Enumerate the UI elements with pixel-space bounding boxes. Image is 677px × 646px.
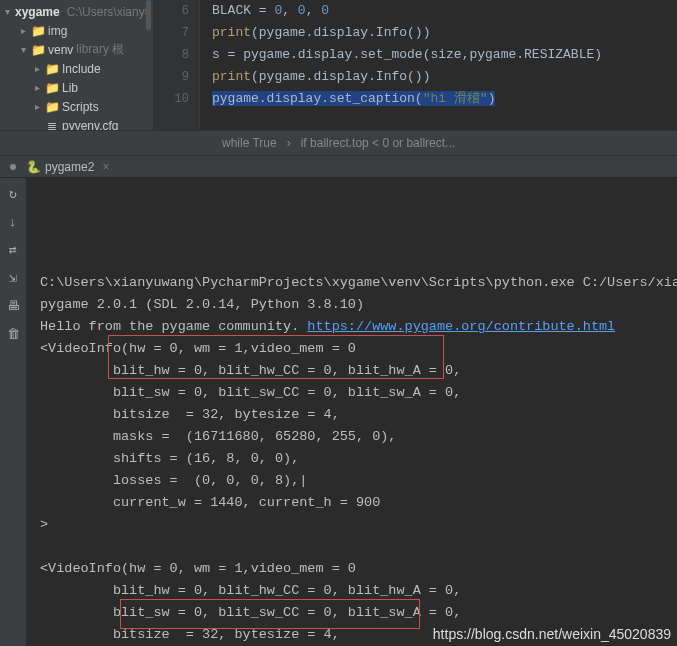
console-link[interactable]: https://www.pygame.org/contribute.html bbox=[307, 319, 615, 334]
caret-right-icon[interactable]: ▸ bbox=[18, 25, 28, 36]
chevron-right-icon: › bbox=[287, 136, 291, 150]
console-line: shifts = (16, 8, 0, 0), bbox=[40, 448, 677, 470]
console-line: <VideoInfo(hw = 0, wm = 1,video_mem = 0 bbox=[40, 558, 677, 580]
breadcrumb[interactable]: while True › if ballrect.top < 0 or ball… bbox=[0, 130, 677, 156]
project-tree[interactable]: ▾ xygame C:\Users\xianyu ▸📁img▾📁venv lib… bbox=[0, 0, 154, 130]
tree-scrollbar[interactable] bbox=[146, 0, 151, 30]
project-root[interactable]: xygame bbox=[15, 5, 60, 19]
console-line: bitsize = 32, bytesize = 4, bbox=[40, 404, 677, 426]
folder-icon: 📁 bbox=[45, 62, 59, 76]
console-line bbox=[40, 536, 677, 558]
file-icon: ≣ bbox=[45, 119, 59, 131]
caret-down-icon[interactable]: ▾ bbox=[18, 44, 28, 55]
console-line: C:\Users\xianyuwang\PycharmProjects\xyga… bbox=[40, 272, 677, 294]
editor-gutter: 678910 bbox=[154, 0, 200, 130]
watermark: https://blog.csdn.net/weixin_45020839 bbox=[433, 626, 671, 642]
console-line: blit_sw = 0, blit_sw_CC = 0, blit_sw_A =… bbox=[40, 382, 677, 404]
rerun-icon[interactable]: ↻ bbox=[5, 186, 21, 202]
scroll-to-end-icon[interactable]: ⇲ bbox=[5, 270, 21, 286]
tree-item-label: Include bbox=[62, 62, 101, 76]
project-root-path: C:\Users\xianyu bbox=[67, 5, 152, 19]
run-toolwindow-header: 🐍 pygame2 × bbox=[0, 156, 677, 178]
code-line[interactable]: BLACK = 0, 0, 0 bbox=[212, 0, 677, 22]
breadcrumb-item[interactable]: if ballrect.top < 0 or ballrect... bbox=[301, 136, 455, 150]
code-editor[interactable]: 678910 BLACK = 0, 0, 0print(pygame.displ… bbox=[154, 0, 677, 130]
folder-icon: 📁 bbox=[31, 24, 45, 38]
tree-item-label: img bbox=[48, 24, 67, 38]
highlight-box bbox=[120, 599, 420, 629]
breadcrumb-item[interactable]: while True bbox=[222, 136, 277, 150]
tree-item[interactable]: ≣pyvenv.cfg bbox=[0, 116, 153, 130]
console-line: losses = (0, 0, 0, 8),| bbox=[40, 470, 677, 492]
line-number: 8 bbox=[154, 44, 189, 66]
console-line: current_w = 1440, current_h = 900 bbox=[40, 492, 677, 514]
folder-icon: 📁 bbox=[31, 43, 45, 57]
tree-item-note: library 根 bbox=[76, 41, 124, 58]
folder-icon: 📁 bbox=[45, 81, 59, 95]
tree-item-label: Lib bbox=[62, 81, 78, 95]
tree-item[interactable]: ▸📁Include bbox=[0, 59, 153, 78]
caret-right-icon[interactable]: ▸ bbox=[32, 63, 42, 74]
code-line[interactable]: print(pygame.display.Info()) bbox=[212, 66, 677, 88]
console-line: > bbox=[40, 514, 677, 536]
run-toolbar: ↻ ↓ ⇄ ⇲ 🖶 🗑 bbox=[0, 178, 26, 646]
caret-right-icon[interactable]: ▸ bbox=[32, 101, 42, 112]
line-number: 6 bbox=[154, 0, 189, 22]
run-tab-label: pygame2 bbox=[45, 160, 94, 174]
run-console[interactable]: C:\Users\xianyuwang\PycharmProjects\xyga… bbox=[26, 178, 677, 646]
console-line: pygame 2.0.1 (SDL 2.0.14, Python 3.8.10) bbox=[40, 294, 677, 316]
close-icon[interactable]: × bbox=[102, 160, 109, 174]
run-tab[interactable]: 🐍 pygame2 × bbox=[26, 160, 109, 174]
delete-icon[interactable]: 🗑 bbox=[5, 326, 21, 342]
tree-item[interactable]: ▸📁Lib bbox=[0, 78, 153, 97]
tree-item[interactable]: ▾📁venv library 根 bbox=[0, 40, 153, 59]
code-line[interactable]: s = pygame.display.set_mode(size,pygame.… bbox=[212, 44, 677, 66]
tree-item[interactable]: ▸📁img bbox=[0, 21, 153, 40]
print-icon[interactable]: 🖶 bbox=[5, 298, 21, 314]
line-number: 9 bbox=[154, 66, 189, 88]
run-status-icon bbox=[10, 164, 16, 170]
line-number: 7 bbox=[154, 22, 189, 44]
line-number: 10 bbox=[154, 88, 189, 110]
toggle-soft-wrap-icon[interactable]: ⇄ bbox=[5, 242, 21, 258]
highlight-box bbox=[108, 335, 444, 379]
tree-item[interactable]: ▸📁Scripts bbox=[0, 97, 153, 116]
tree-item-label: pyvenv.cfg bbox=[62, 119, 118, 131]
tree-item-label: venv bbox=[48, 43, 73, 57]
code-line[interactable]: pygame.display.set_caption("hi 滑稽") bbox=[212, 88, 677, 110]
code-line[interactable]: print(pygame.display.Info()) bbox=[212, 22, 677, 44]
folder-icon: 📁 bbox=[45, 100, 59, 114]
caret-down-icon[interactable]: ▾ bbox=[2, 6, 12, 17]
tree-item-label: Scripts bbox=[62, 100, 99, 114]
stop-icon[interactable]: ↓ bbox=[5, 214, 21, 230]
caret-right-icon[interactable]: ▸ bbox=[32, 82, 42, 93]
console-line: masks = (16711680, 65280, 255, 0), bbox=[40, 426, 677, 448]
